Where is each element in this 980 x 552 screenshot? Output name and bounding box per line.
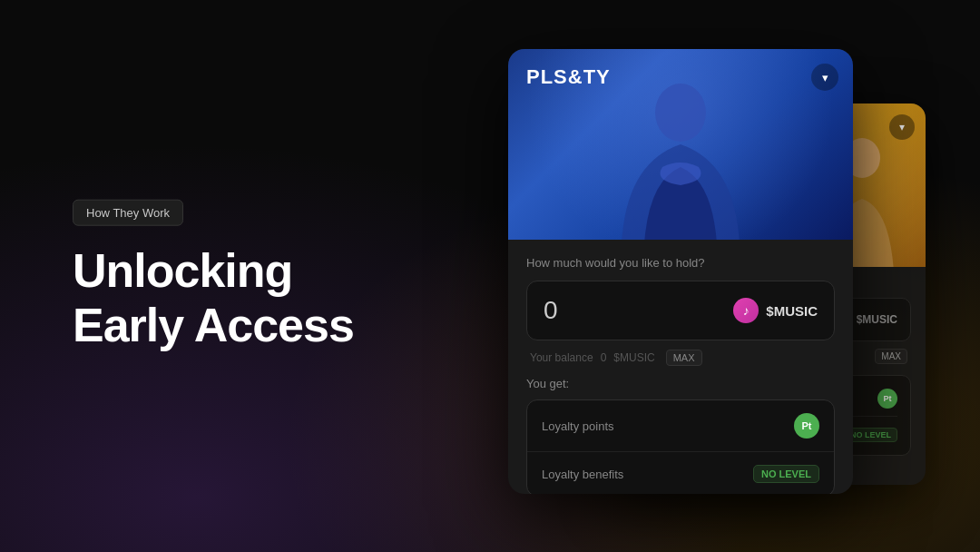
front-card-body: How much would you like to hold? 0 ♪ $MU… [508,240,853,494]
amount-input-box[interactable]: 0 ♪ $MUSIC [526,281,835,340]
back-card-max-btn[interactable]: MAX [875,349,907,364]
loyalty-points-label: Loyalty points [542,419,614,433]
music-icon: ♪ [733,298,759,323]
amount-value: 0 [544,296,558,325]
front-card-image: PLS&TY ▾ [508,49,853,240]
loyalty-section: Loyalty points Pt Loyalty benefits NO LE… [526,399,835,494]
max-button[interactable]: MAX [666,350,702,366]
front-card: PLS&TY ▾ How much would you like to hold… [508,49,853,494]
pt-badge: Pt [794,413,819,439]
balance-row: Your balance 0 $MUSIC MAX [526,346,835,377]
no-level-badge: NO LEVEL [753,465,819,483]
heading-line2: Early Access [73,299,354,351]
front-card-title: PLS&TY [526,65,611,89]
back-card-pt-badge: Pt [877,389,897,409]
token-display: ♪ $MUSIC [733,298,818,323]
balance-amount: 0 [601,351,607,364]
svg-point-1 [655,84,706,142]
left-content: How They Work Unlocking Early Access [73,200,354,353]
main-heading: Unlocking Early Access [73,244,354,353]
loyalty-points-row: Loyalty points Pt [527,400,834,452]
section-badge: How They Work [73,200,183,226]
front-card-chevron[interactable]: ▾ [811,64,838,91]
loyalty-benefits-label: Loyalty benefits [542,468,623,481]
back-card-chevron[interactable]: ▾ [889,114,915,140]
loyalty-benefits-row: Loyalty benefits NO LEVEL [527,452,834,494]
hold-label: How much would you like to hold? [526,256,835,270]
cards-area: ▾ o hold? ♪ $MUSIC 0 $MUSIC MAX [508,49,926,503]
heading-line1: Unlocking [73,244,292,297]
balance-label: Your balance [530,351,593,364]
front-card-person [599,63,762,240]
token-label: $MUSIC [766,303,818,319]
you-get-label: You get: [526,377,835,390]
balance-token: $MUSIC [613,351,654,364]
